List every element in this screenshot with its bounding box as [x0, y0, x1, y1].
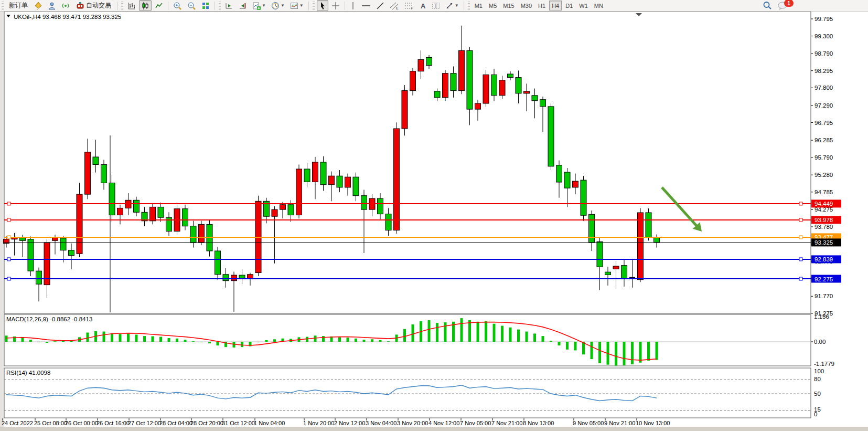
equidistant-channel-tool[interactable]: E — [388, 0, 401, 11]
bid-price-label-text: 93.325 — [815, 239, 833, 246]
rsi-axis-label: 100 — [814, 368, 824, 374]
candle-body — [231, 275, 237, 281]
candle-body — [418, 59, 424, 71]
time-label: 1 Nov 20:00 — [303, 420, 334, 426]
tf-button-W1[interactable]: W1 — [576, 1, 591, 10]
zoom-out-icon[interactable] — [185, 0, 198, 11]
macd-bar — [517, 330, 520, 342]
toolbar-grip[interactable] — [219, 2, 221, 10]
tf-button-M30[interactable]: M30 — [518, 1, 534, 10]
time-label: 28 Oct 04:00 — [159, 420, 192, 426]
candle-body — [223, 275, 229, 281]
candle-body — [556, 165, 562, 182]
macd-bar — [127, 333, 130, 342]
candle-body — [394, 129, 400, 230]
candle-body — [573, 181, 578, 187]
candle-body — [426, 57, 432, 65]
price-tick-label: 99.795 — [815, 16, 833, 22]
window-left-edge — [0, 11, 4, 427]
horizontal-line-tool[interactable] — [359, 0, 373, 11]
macd-bar — [639, 342, 642, 363]
bar-chart-icon[interactable] — [125, 0, 138, 11]
signals-icon[interactable] — [59, 0, 72, 11]
search-icon[interactable] — [760, 0, 774, 11]
candle-body — [451, 73, 456, 91]
hline-handle[interactable] — [799, 236, 802, 239]
macd-bar — [184, 340, 187, 342]
price-tick-label: 98.295 — [815, 68, 833, 74]
hline-handle[interactable] — [7, 277, 10, 280]
chevron-down-icon: ▼ — [299, 3, 304, 8]
macd-bar — [192, 341, 195, 342]
window-bottom-edge — [0, 427, 868, 431]
hline-handle[interactable] — [7, 218, 10, 222]
zoom-in-icon[interactable] — [171, 0, 184, 11]
candle-body — [199, 224, 205, 243]
text-label-tool[interactable]: T — [430, 0, 442, 11]
candle-body — [459, 50, 465, 90]
macd-bar — [314, 335, 317, 342]
candle-body — [548, 107, 554, 166]
tf-button-D1[interactable]: D1 — [563, 1, 575, 10]
notifications-icon[interactable]: 1 — [775, 0, 790, 11]
toolbar-grip[interactable] — [468, 2, 470, 10]
candle-body — [337, 176, 342, 187]
hline-handle[interactable] — [799, 218, 802, 222]
time-label: 24 Oct 2022 — [2, 420, 33, 426]
macd-bar — [460, 318, 463, 342]
toolbar-grip[interactable] — [2, 2, 4, 10]
toolbar-grip[interactable] — [121, 2, 123, 10]
candlestick-chart-icon[interactable] — [139, 0, 152, 11]
candle-body — [508, 74, 513, 78]
price-tick-label: 97.800 — [815, 85, 833, 91]
arrows-tool[interactable]: ▼ — [443, 0, 461, 11]
tf-button-M5[interactable]: M5 — [486, 1, 499, 10]
hline-handle[interactable] — [799, 277, 802, 280]
cursor-tool[interactable] — [317, 0, 328, 11]
line-chart-icon[interactable] — [153, 0, 165, 11]
candle-body — [150, 207, 156, 220]
autotrading-icon — [76, 2, 84, 10]
candle-body — [117, 208, 123, 215]
tf-button-M1[interactable]: M1 — [472, 1, 485, 10]
auto-scroll-icon[interactable] — [223, 0, 235, 11]
community-icon[interactable] — [46, 0, 58, 11]
candle-body — [280, 205, 286, 209]
macd-bar — [623, 342, 626, 365]
macd-bar — [176, 339, 178, 342]
tf-button-M15[interactable]: M15 — [500, 1, 517, 10]
text-tool[interactable]: A — [417, 0, 428, 11]
candle-body — [36, 271, 42, 284]
periods-button[interactable]: ▼ — [269, 0, 287, 11]
chart-shift-icon[interactable] — [237, 0, 249, 11]
hline-handle[interactable] — [799, 258, 802, 261]
fibonacci-tool[interactable]: F — [402, 0, 416, 11]
toolbar-grip[interactable] — [313, 2, 315, 10]
tf-button-H1[interactable]: H1 — [535, 1, 548, 10]
hline-handle[interactable] — [7, 258, 10, 261]
candle-body — [93, 157, 99, 165]
tf-button-MN[interactable]: MN — [592, 1, 606, 10]
trendline-tool[interactable] — [374, 0, 387, 11]
candle-body — [296, 169, 302, 215]
candle — [199, 221, 205, 245]
tf-button-H4[interactable]: H4 — [549, 1, 562, 10]
hline-handle[interactable] — [7, 202, 10, 205]
candle-body — [101, 165, 107, 183]
macd-bar — [436, 323, 438, 342]
new-order-button[interactable]: 新订单 — [6, 0, 31, 11]
autotrading-button[interactable]: 自动交易 — [73, 0, 114, 11]
hline-handle[interactable] — [799, 202, 802, 205]
chart-area[interactable]: 99.79599.30098.79098.29597.80097.29096.7… — [0, 0, 868, 431]
crosshair-tool[interactable] — [329, 0, 342, 11]
new-chart-button[interactable]: ▼ — [250, 0, 268, 11]
hline-handle[interactable] — [7, 236, 10, 239]
macd-bar — [444, 322, 447, 342]
vertical-line-tool[interactable] — [348, 0, 358, 11]
macd-bar — [46, 342, 48, 343]
mql5-icon[interactable] — [32, 0, 45, 11]
price-tick-label: 97.290 — [815, 102, 833, 109]
templates-button[interactable]: ▼ — [288, 0, 306, 11]
macd-label: MACD(12,26,9) -0.8862 -0.8413 — [6, 316, 92, 322]
tile-windows-icon[interactable] — [199, 0, 212, 11]
